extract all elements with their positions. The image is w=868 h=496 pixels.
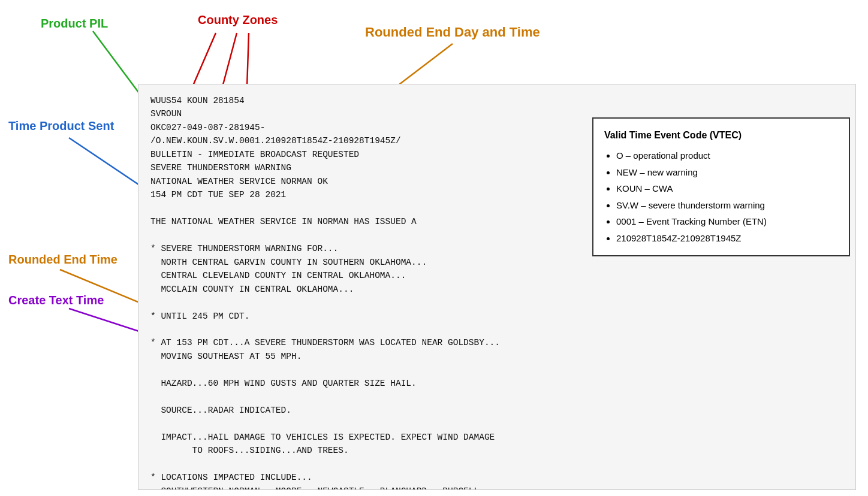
- vtec-item-5: 0001 – Event Tracking Number (ETN): [616, 214, 838, 229]
- vtec-item-1: O – operational product: [616, 148, 838, 164]
- vtec-item-6: 210928T1854Z-210928T1945Z: [616, 231, 838, 246]
- label-county-zones: County Zones: [198, 13, 278, 27]
- label-create-text-time: Create Text Time: [8, 294, 104, 307]
- vtec-list: O – operational product NEW – new warnin…: [604, 148, 838, 246]
- product-header: WUUS54 KOUN 281854: [150, 94, 843, 107]
- vtec-item-2: NEW – new warning: [616, 165, 838, 180]
- label-rounded-end-day-time: Rounded End Day and Time: [365, 25, 540, 40]
- vtec-item-4: SV.W – severe thunderstorm warning: [616, 198, 838, 213]
- vtec-info-box: Valid Time Event Code (VTEC) O – operati…: [592, 117, 850, 256]
- vtec-item-3: KOUN – CWA: [616, 181, 838, 196]
- label-time-product-sent: Time Product Sent: [8, 119, 114, 133]
- label-rounded-end-time: Rounded End Time: [8, 253, 117, 267]
- vtec-title: Valid Time Event Code (VTEC): [604, 127, 838, 143]
- label-product-pil: Product PIL: [41, 17, 108, 31]
- main-container: Product PIL County Zones Rounded End Day…: [0, 0, 868, 496]
